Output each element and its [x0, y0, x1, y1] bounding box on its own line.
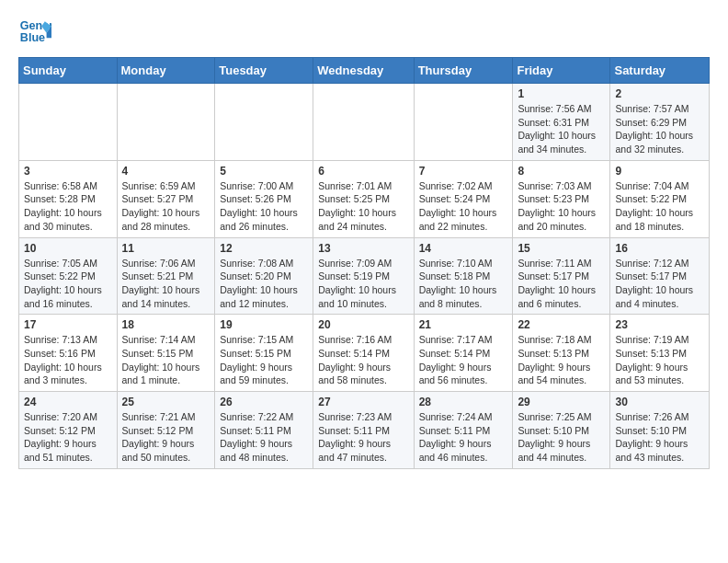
day-info: Sunrise: 7:16 AM — [318, 333, 408, 347]
day-info: Sunset: 5:13 PM — [615, 347, 704, 361]
day-cell: 17Sunrise: 7:13 AMSunset: 5:16 PMDayligh… — [19, 315, 118, 392]
day-number: 19 — [220, 318, 308, 331]
week-row-5: 24Sunrise: 7:20 AMSunset: 5:12 PMDayligh… — [19, 392, 710, 469]
week-row-3: 10Sunrise: 7:05 AMSunset: 5:22 PMDayligh… — [19, 237, 710, 315]
day-cell: 18Sunrise: 7:14 AMSunset: 5:15 PMDayligh… — [117, 315, 215, 392]
day-number: 12 — [220, 242, 308, 255]
day-cell: 12Sunrise: 7:08 AMSunset: 5:20 PMDayligh… — [215, 237, 313, 315]
day-number: 5 — [220, 165, 308, 178]
day-info: Sunset: 5:17 PM — [615, 270, 704, 283]
day-cell: 7Sunrise: 7:02 AMSunset: 5:24 PMDaylight… — [414, 160, 513, 237]
day-info: Daylight: 9 hours and 44 minutes. — [518, 437, 605, 464]
day-number: 25 — [122, 396, 210, 408]
col-header-sunday: Sunday — [19, 58, 118, 84]
day-info: Daylight: 10 hours and 32 minutes. — [615, 129, 704, 155]
day-info: Daylight: 10 hours and 10 minutes. — [318, 283, 408, 310]
day-number: 20 — [318, 318, 408, 331]
day-info: Daylight: 9 hours and 43 minutes. — [615, 437, 704, 464]
day-number: 27 — [318, 396, 408, 408]
col-header-saturday: Saturday — [610, 58, 710, 84]
day-info: Daylight: 10 hours and 28 minutes. — [122, 206, 210, 233]
day-info: Daylight: 9 hours and 58 minutes. — [318, 361, 408, 387]
day-cell: 27Sunrise: 7:23 AMSunset: 5:11 PMDayligh… — [313, 392, 414, 469]
day-cell: 29Sunrise: 7:25 AMSunset: 5:10 PMDayligh… — [513, 392, 610, 469]
day-info: Sunrise: 6:59 AM — [122, 179, 210, 193]
week-row-4: 17Sunrise: 7:13 AMSunset: 5:16 PMDayligh… — [19, 315, 710, 392]
day-info: Daylight: 9 hours and 53 minutes. — [615, 361, 704, 387]
day-info: Sunrise: 7:15 AM — [220, 333, 308, 347]
day-info: Sunrise: 6:58 AM — [24, 179, 112, 193]
day-info: Daylight: 10 hours and 18 minutes. — [615, 206, 704, 233]
day-info: Sunset: 5:22 PM — [615, 192, 704, 206]
day-info: Sunset: 5:11 PM — [318, 424, 408, 438]
day-number: 26 — [220, 396, 308, 408]
day-info: Daylight: 9 hours and 47 minutes. — [318, 437, 408, 464]
day-cell: 6Sunrise: 7:01 AMSunset: 5:25 PMDaylight… — [313, 160, 414, 237]
day-number: 4 — [122, 165, 210, 178]
day-info: Sunrise: 7:24 AM — [419, 410, 508, 424]
day-info: Sunset: 5:19 PM — [318, 270, 408, 283]
day-info: Daylight: 10 hours and 34 minutes. — [518, 129, 605, 155]
day-cell: 24Sunrise: 7:20 AMSunset: 5:12 PMDayligh… — [19, 392, 118, 469]
day-info: Daylight: 10 hours and 12 minutes. — [220, 283, 308, 310]
day-number: 13 — [318, 242, 408, 255]
col-header-thursday: Thursday — [414, 58, 513, 84]
day-info: Daylight: 10 hours and 24 minutes. — [318, 206, 408, 233]
day-info: Daylight: 10 hours and 30 minutes. — [24, 206, 112, 233]
day-info: Sunrise: 7:04 AM — [615, 179, 704, 193]
day-info: Sunrise: 7:00 AM — [220, 179, 308, 193]
day-number: 16 — [615, 242, 704, 255]
day-cell — [414, 84, 513, 161]
day-info: Sunrise: 7:05 AM — [24, 257, 112, 270]
day-info: Sunrise: 7:20 AM — [24, 410, 112, 424]
day-info: Daylight: 9 hours and 46 minutes. — [419, 437, 508, 464]
day-cell — [215, 84, 313, 161]
day-info: Sunset: 5:25 PM — [318, 192, 408, 206]
day-info: Daylight: 9 hours and 51 minutes. — [24, 437, 112, 464]
day-number: 1 — [518, 87, 605, 100]
day-info: Sunset: 5:26 PM — [220, 192, 308, 206]
day-info: Sunrise: 7:09 AM — [318, 257, 408, 270]
day-cell: 13Sunrise: 7:09 AMSunset: 5:19 PMDayligh… — [313, 237, 414, 315]
day-info: Sunset: 5:13 PM — [518, 347, 605, 361]
page: General Blue SundayMondayTuesdayWednesda… — [0, 0, 728, 478]
day-info: Daylight: 10 hours and 26 minutes. — [220, 206, 308, 233]
day-info: Daylight: 10 hours and 1 minute. — [122, 361, 210, 387]
day-info: Daylight: 10 hours and 16 minutes. — [24, 283, 112, 310]
day-info: Sunset: 5:14 PM — [318, 347, 408, 361]
day-cell: 4Sunrise: 6:59 AMSunset: 5:27 PMDaylight… — [117, 160, 215, 237]
day-number: 28 — [419, 396, 508, 408]
day-cell: 14Sunrise: 7:10 AMSunset: 5:18 PMDayligh… — [414, 237, 513, 315]
header: General Blue — [18, 15, 710, 48]
day-number: 6 — [318, 165, 408, 178]
day-info: Sunrise: 7:12 AM — [615, 257, 704, 270]
day-number: 29 — [518, 396, 605, 408]
day-info: Sunrise: 7:21 AM — [122, 410, 210, 424]
day-info: Sunrise: 7:02 AM — [419, 179, 508, 193]
day-info: Sunset: 5:11 PM — [419, 424, 508, 438]
day-info: Daylight: 10 hours and 14 minutes. — [122, 283, 210, 310]
day-cell: 25Sunrise: 7:21 AMSunset: 5:12 PMDayligh… — [117, 392, 215, 469]
day-info: Sunrise: 7:22 AM — [220, 410, 308, 424]
day-info: Sunrise: 7:17 AM — [419, 333, 508, 347]
header-row: SundayMondayTuesdayWednesdayThursdayFrid… — [19, 58, 710, 84]
day-number: 10 — [24, 242, 112, 255]
day-number: 18 — [122, 318, 210, 331]
day-info: Daylight: 9 hours and 59 minutes. — [220, 361, 308, 387]
day-info: Daylight: 10 hours and 4 minutes. — [615, 283, 704, 310]
day-info: Daylight: 9 hours and 48 minutes. — [220, 437, 308, 464]
day-info: Sunrise: 7:13 AM — [24, 333, 112, 347]
day-cell: 19Sunrise: 7:15 AMSunset: 5:15 PMDayligh… — [215, 315, 313, 392]
day-info: Sunset: 5:16 PM — [24, 347, 112, 361]
day-info: Sunset: 5:18 PM — [419, 270, 508, 283]
day-info: Sunset: 5:27 PM — [122, 192, 210, 206]
day-cell: 9Sunrise: 7:04 AMSunset: 5:22 PMDaylight… — [610, 160, 710, 237]
logo: General Blue — [18, 15, 51, 48]
day-number: 17 — [24, 318, 112, 331]
col-header-tuesday: Tuesday — [215, 58, 313, 84]
day-info: Sunset: 5:12 PM — [122, 424, 210, 438]
week-row-1: 1Sunrise: 7:56 AMSunset: 6:31 PMDaylight… — [19, 84, 710, 161]
day-info: Sunrise: 7:56 AM — [518, 102, 605, 116]
day-info: Sunrise: 7:23 AM — [318, 410, 408, 424]
day-info: Sunset: 5:12 PM — [24, 424, 112, 438]
